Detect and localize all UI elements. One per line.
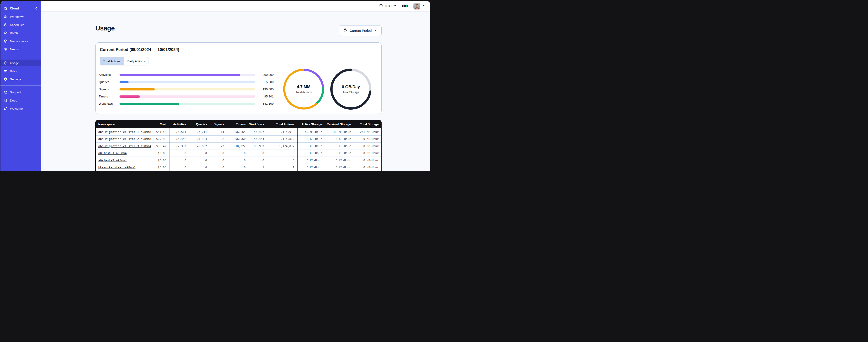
table-cell: 0 KB-Hour [325, 159, 354, 162]
batch-icon [4, 31, 8, 35]
namespace-link[interactable]: abs-migration-cluster-1.a98mm4 [98, 130, 151, 134]
sidebar-collapse-chevron-left-icon[interactable] [34, 6, 38, 10]
total-storage-value: 0 GB/Day [342, 84, 360, 89]
table-cell: 0 KB-Hour [325, 151, 354, 155]
chevron-down-icon [423, 4, 426, 8]
table-cell: 0 [267, 151, 297, 155]
sidebar-item-usage[interactable]: Usage [0, 60, 41, 66]
bar-track [120, 81, 255, 83]
table-cell: 14 [210, 130, 227, 134]
table-cell: 0 [169, 166, 189, 169]
table-cell: 55,454 [249, 137, 267, 141]
table-cell: 0 [227, 159, 249, 162]
table-border-right [381, 128, 381, 171]
docs-icon [4, 98, 8, 102]
sidebar-item-namespaces[interactable]: Namespaces [0, 38, 41, 44]
sidebar-item-settings[interactable]: Settings [0, 76, 41, 82]
chevron-down-icon [374, 28, 377, 33]
table-cell: 0 KB-Hour [297, 166, 325, 169]
total-storage-label: Total Storage [342, 91, 359, 94]
table-cell: 55,427 [249, 130, 267, 134]
main-content: Usage Current Period Current Period (09/… [41, 11, 430, 171]
table-cell: 856,865 [227, 130, 249, 134]
table-cell: 0 KB-Hour [297, 151, 325, 155]
column-header: Active Storage [297, 123, 325, 126]
bar-chart-row: Signals 130,000 [99, 87, 274, 92]
schedules-icon [4, 23, 8, 27]
table-row: bk-worker-test.a98mm4$0.000000110 KB-Hou… [95, 164, 381, 171]
actions-bar-chart: Activities 900,000 Queries 5,000 Signals… [99, 72, 274, 106]
table-cell: 856,960 [227, 137, 249, 141]
welcome-icon [4, 106, 8, 110]
avatar [413, 3, 420, 9]
table-row: a0-test-2.a98mm4$0.000000000 KB-Hour0 KB… [95, 157, 381, 164]
tab-daily-actions[interactable]: Daily Actions [124, 57, 148, 65]
user-menu[interactable] [413, 3, 426, 9]
column-header: Workflows [249, 123, 267, 126]
namespace-link[interactable]: bk-worker-test.a98mm4 [98, 166, 135, 169]
namespace-link[interactable]: abs-migration-cluster-2.a98mm4 [98, 137, 151, 141]
bar-fill [120, 103, 179, 105]
sidebar-item-nexus[interactable]: Nexus [0, 46, 41, 53]
namespace-link[interactable]: a0-test-2.a98mm4 [98, 159, 126, 162]
usage-icon [4, 61, 8, 65]
table-cell: 1,114,872 [267, 137, 297, 141]
sidebar-item-billing[interactable]: Billing [0, 68, 41, 74]
bar-fill [120, 95, 140, 98]
table-group-divider [169, 128, 169, 171]
support-icon [4, 90, 8, 94]
bar-value: 130,000 [255, 88, 274, 91]
namespace-cell: abs-migration-cluster-1.a98mm4 [95, 130, 151, 134]
sidebar-item-batch[interactable]: Batch [0, 30, 41, 36]
topbar: UTC [41, 1, 430, 11]
table-border-left [95, 128, 96, 171]
table-cell: 910,922 [227, 144, 249, 148]
usage-card-title: Current Period (09/01/2024 — 10/01/2024) [100, 47, 179, 52]
table-cell: 75,452 [169, 137, 189, 141]
table-cell: 126,984 [189, 137, 210, 141]
period-selector-button[interactable]: Current Period [339, 25, 381, 36]
namespace-link[interactable]: abs-migration-cluster-3.a98mm4 [98, 144, 151, 148]
app-window: Cloud Workflows Schedules Batch Namespac… [0, 1, 430, 171]
actions-tab-group: Total Actions Daily Actions [100, 57, 149, 65]
tab-total-actions[interactable]: Total Actions [100, 57, 124, 65]
table-cell: $34.42 [151, 130, 169, 134]
sidebar-item-workflows[interactable]: Workflows [0, 13, 41, 20]
table-cell: $0.00 [151, 151, 169, 155]
timezone-selector[interactable]: UTC [379, 4, 397, 8]
column-header: Timers [227, 123, 249, 126]
namespace-cell: a0-test-1.a98mm4 [95, 151, 151, 155]
table-cell: 127,211 [189, 130, 210, 134]
sidebar-item-label: Schedules [10, 23, 24, 27]
namespace-link[interactable]: a0-test-1.a98mm4 [98, 151, 126, 155]
sidebar-divider [0, 56, 41, 56]
bar-value: 85,201 [255, 95, 274, 98]
sidebar-divider [0, 85, 41, 86]
timezone-label: UTC [385, 4, 392, 8]
sidebar-item-welcome[interactable]: Welcome [0, 105, 41, 112]
sidebar-item-schedules[interactable]: Schedules [0, 22, 41, 28]
table-cell: $0.00 [151, 159, 169, 162]
table-cell: 1 [249, 166, 267, 169]
table-cell: 241 MB-Hour [354, 130, 381, 134]
table-cell: 0 KB-Hour [354, 159, 381, 162]
sidebar-item-label: Workflows [10, 15, 24, 19]
namespace-cell: abs-migration-cluster-3.a98mm4 [95, 144, 151, 148]
bar-label: Workflows [99, 102, 120, 105]
total-actions-donut-chart: 4.7 MM Total Actions [283, 68, 324, 110]
table-cell: 0 KB-Hour [325, 137, 354, 141]
sidebar-item-support[interactable]: Support [0, 89, 41, 96]
column-header: Retained Storage [325, 123, 354, 126]
table-cell: 0 KB-Hour [325, 144, 354, 148]
sidebar-item-docs[interactable]: Docs [0, 97, 41, 104]
table-cell: 59 MB-Hour [297, 130, 325, 134]
bar-label: Activities [99, 73, 120, 76]
table-cell: $0.00 [151, 166, 169, 169]
bar-chart-row: Timers 85,201 [99, 94, 274, 99]
table-cell: 0 [210, 159, 227, 162]
column-header: Total Storage [354, 123, 381, 126]
table-cell: 0 [249, 151, 267, 155]
nerd-glasses-icon[interactable] [402, 4, 408, 8]
table-cell: 1,174,077 [267, 144, 297, 148]
billing-icon [4, 69, 8, 73]
